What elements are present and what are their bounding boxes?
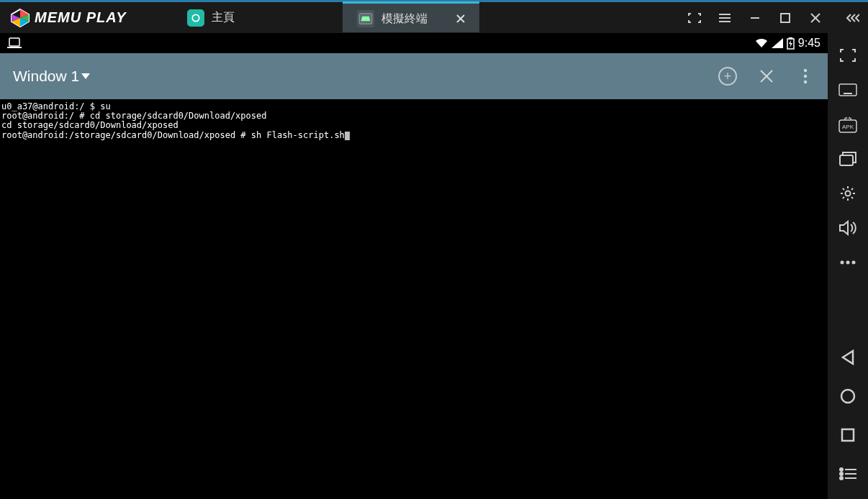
terminal-output[interactable]: u0_a37@android:/ $ su root@android:/ # c… <box>0 99 828 143</box>
svg-rect-18 <box>9 38 19 46</box>
svg-point-27 <box>804 69 807 72</box>
tab-home-label: 主頁 <box>212 10 235 25</box>
emulator-sidebar: APK <box>828 33 868 499</box>
svg-point-59 <box>840 477 843 480</box>
emulator-titlebar: MEMU PLAY 主頁 模擬終端 <box>0 0 868 33</box>
tab-home[interactable]: 主頁 <box>173 2 249 33</box>
svg-marker-48 <box>840 221 848 234</box>
keyboard-icon[interactable] <box>838 81 857 99</box>
svg-point-49 <box>841 261 844 265</box>
toolbar-actions: + <box>718 67 815 86</box>
signal-icon <box>772 38 783 48</box>
svg-rect-46 <box>840 155 853 165</box>
window-title-text: Window 1 <box>13 68 79 85</box>
svg-point-55 <box>840 468 843 471</box>
svg-point-29 <box>804 81 807 83</box>
fullscreen-corners-icon[interactable] <box>687 10 702 26</box>
gear-icon[interactable] <box>838 184 857 203</box>
window-controls <box>687 10 861 26</box>
svg-marker-8 <box>361 17 370 21</box>
list-icon[interactable] <box>838 464 857 483</box>
memu-logo-icon <box>10 8 30 28</box>
svg-point-50 <box>846 261 850 265</box>
close-window-action[interactable] <box>757 67 776 86</box>
terminal-tab-icon <box>357 10 374 27</box>
brand-text: MEMU PLAY <box>35 9 127 26</box>
terminal-line: cd storage/sdcard0/Download/xposed <box>1 120 178 130</box>
svg-point-6 <box>192 14 199 21</box>
window-title[interactable]: Window 1 <box>13 68 90 85</box>
recent-icon[interactable] <box>838 426 857 444</box>
wifi-icon <box>755 38 768 48</box>
menu-lines-icon[interactable] <box>717 10 733 26</box>
tab-terminal-label: 模擬終端 <box>381 12 428 27</box>
overflow-menu-button[interactable] <box>796 67 815 86</box>
svg-marker-52 <box>843 351 853 364</box>
close-window-button[interactable] <box>808 10 823 26</box>
svg-marker-23 <box>789 40 792 47</box>
status-time: 9:45 <box>798 37 820 50</box>
back-icon[interactable] <box>838 348 857 367</box>
svg-point-57 <box>840 472 843 475</box>
android-screen: 9:45 Window 1 + u0_a37@android:/ $ su ro… <box>0 33 828 499</box>
add-icon: + <box>718 67 737 86</box>
terminal-line: root@android:/ # cd storage/sdcard0/Down… <box>1 111 266 121</box>
svg-rect-22 <box>789 37 792 39</box>
multi-window-icon[interactable] <box>838 150 857 168</box>
add-window-button[interactable]: + <box>718 67 737 86</box>
svg-point-53 <box>841 390 854 403</box>
dropdown-icon <box>81 73 90 79</box>
home-tab-icon <box>187 9 204 27</box>
svg-text:APK: APK <box>842 124 854 130</box>
svg-point-51 <box>852 261 856 265</box>
tab-terminal[interactable]: 模擬終端 <box>343 1 479 32</box>
svg-line-44 <box>846 117 847 119</box>
more-icon[interactable] <box>838 253 857 272</box>
svg-line-45 <box>849 117 850 119</box>
svg-point-47 <box>846 191 851 196</box>
home-nav-icon[interactable] <box>838 387 857 406</box>
fullscreen-icon[interactable] <box>838 46 857 65</box>
titlebar-left: MEMU PLAY 主頁 模擬終端 <box>0 2 479 33</box>
terminal-line: root@android:/storage/sdcard0/Download/x… <box>1 130 345 140</box>
svg-marker-24 <box>81 73 90 79</box>
terminal-cursor <box>345 132 350 140</box>
maximize-button[interactable] <box>777 10 793 26</box>
volume-icon[interactable] <box>838 219 857 237</box>
battery-icon <box>787 37 795 50</box>
minimize-button[interactable] <box>747 10 763 26</box>
laptop-icon <box>7 37 22 49</box>
svg-rect-19 <box>7 47 22 48</box>
android-status-bar: 9:45 <box>0 33 828 53</box>
svg-marker-20 <box>772 38 783 48</box>
sidebar-expand-icon[interactable] <box>845 10 861 26</box>
apk-icon[interactable]: APK <box>838 115 857 134</box>
terminal-line: u0_a37@android:/ $ su <box>1 101 111 111</box>
tab-close-button[interactable] <box>456 14 465 23</box>
svg-rect-54 <box>842 429 854 441</box>
terminal-app-toolbar: Window 1 + <box>0 53 828 99</box>
svg-point-28 <box>804 75 807 78</box>
memu-logo[interactable]: MEMU PLAY <box>0 8 137 28</box>
svg-rect-15 <box>781 14 790 22</box>
